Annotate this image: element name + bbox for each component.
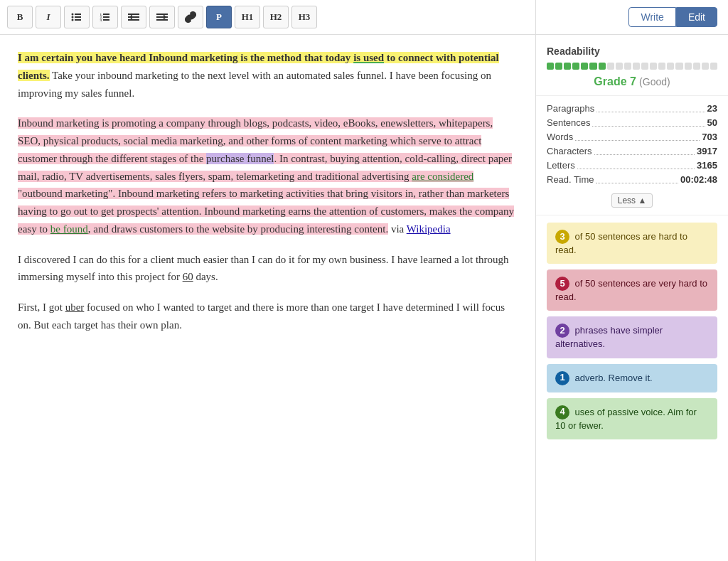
read-time-label: Read. Time	[547, 174, 594, 186]
paragraph-4: First, I got uber focused on who I wante…	[18, 299, 518, 334]
progress-segment-20	[710, 63, 717, 70]
sentences-value: 50	[707, 117, 717, 129]
svg-rect-2	[75, 19, 81, 21]
card-num-hard-read: 3	[555, 230, 569, 244]
unordered-list-button[interactable]	[64, 6, 90, 28]
progress-segment-2	[555, 63, 562, 70]
write-button[interactable]: Write	[628, 7, 675, 27]
progress-segment-1	[547, 63, 554, 70]
read-time-value: 00:02:48	[680, 174, 717, 186]
progress-segment-16	[675, 63, 682, 70]
progress-segment-18	[693, 63, 700, 70]
text-underline-60: 60	[183, 271, 193, 282]
progress-segment-5	[581, 63, 588, 70]
stat-characters: Characters 3917	[547, 146, 717, 158]
read-time-dots	[596, 174, 678, 183]
bold-button[interactable]: B	[7, 6, 33, 28]
card-passive-voice[interactable]: 4 uses of passive voice. Aim for 10 or f…	[547, 398, 717, 439]
svg-rect-16	[156, 14, 168, 15]
paragraphs-value: 23	[707, 103, 717, 115]
h1-button[interactable]: H1	[235, 6, 260, 28]
svg-rect-18	[156, 19, 168, 21]
card-simpler-alternatives[interactable]: 2 phrases have simpler alternatives.	[547, 316, 717, 358]
characters-label: Characters	[547, 146, 592, 158]
readability-progress-bar	[547, 63, 717, 70]
progress-segment-8	[607, 63, 614, 70]
progress-segment-4	[572, 63, 579, 70]
text-underline-uber: uber	[65, 301, 85, 313]
progress-segment-6	[589, 63, 596, 70]
editor-area: B I 1.2.3. P H1 H2 H3 I am certain you h…	[0, 0, 536, 561]
card-num-passive-voice: 4	[555, 405, 569, 420]
svg-point-5	[72, 19, 74, 21]
grade-label: Grade 7	[594, 75, 636, 87]
progress-segment-3	[564, 63, 571, 70]
paragraph-1: I am certain you have heard Inbound mark…	[18, 49, 518, 102]
progress-segment-19	[702, 63, 709, 70]
indent-button[interactable]	[149, 6, 175, 28]
letters-dots	[577, 160, 695, 169]
svg-text:3.: 3.	[100, 18, 104, 22]
words-dots	[575, 132, 700, 141]
card-very-hard-read[interactable]: 5 of 50 sentences are very hard to read.	[547, 269, 717, 311]
paragraph-2: Inbound marketing is promoting a company…	[18, 114, 518, 237]
progress-segment-14	[658, 63, 665, 70]
ordered-list-button[interactable]: 1.2.3.	[92, 6, 118, 28]
letters-value: 3165	[697, 160, 717, 172]
link-button[interactable]	[178, 6, 203, 28]
svg-marker-19	[164, 14, 166, 20]
content-area[interactable]: I am certain you have heard Inbound mark…	[0, 35, 535, 561]
paragraph-3: I discovered I can do this for a client …	[18, 251, 518, 287]
characters-value: 3917	[697, 146, 717, 158]
svg-rect-12	[128, 14, 139, 15]
card-hard-read[interactable]: 3 of 50 sentences are hard to read.	[547, 223, 717, 264]
cards-section: 3 of 50 sentences are hard to read.5 of …	[536, 215, 728, 447]
progress-segment-13	[650, 63, 657, 70]
h3-button[interactable]: H3	[291, 6, 317, 28]
progress-segment-11	[633, 63, 640, 70]
sentences-dots	[592, 117, 705, 127]
h2-button[interactable]: H2	[263, 6, 289, 28]
sentences-label: Sentences	[547, 117, 590, 129]
grade-quality: (Good)	[639, 76, 670, 87]
svg-rect-6	[103, 14, 109, 15]
words-value: 703	[702, 132, 717, 144]
stat-paragraphs: Paragraphs 23	[547, 103, 717, 115]
grade-line: Grade 7 (Good)	[547, 75, 717, 88]
stat-read-time: Read. Time 00:02:48	[547, 174, 717, 186]
paragraphs-label: Paragraphs	[547, 103, 594, 115]
words-label: Words	[547, 132, 573, 144]
svg-rect-8	[103, 19, 109, 21]
toolbar: B I 1.2.3. P H1 H2 H3	[0, 0, 535, 35]
svg-rect-1	[75, 16, 81, 18]
characters-dots	[594, 146, 695, 155]
svg-rect-14	[128, 19, 139, 21]
readability-title: Readability	[547, 46, 717, 57]
svg-rect-7	[103, 16, 109, 18]
progress-segment-10	[624, 63, 631, 70]
svg-point-3	[72, 14, 74, 16]
stat-sentences: Sentences 50	[547, 117, 717, 129]
progress-segment-12	[641, 63, 648, 70]
paragraph-button[interactable]: P	[206, 6, 232, 28]
stat-letters: Letters 3165	[547, 160, 717, 172]
progress-segment-7	[599, 63, 606, 70]
progress-segment-15	[667, 63, 674, 70]
letters-label: Letters	[547, 160, 575, 172]
svg-rect-0	[75, 14, 81, 15]
card-num-very-hard-read: 5	[555, 277, 569, 291]
card-adverb[interactable]: 1 adverb. Remove it.	[547, 364, 717, 392]
text-pink-highlighted: Inbound marketing is promoting a company…	[18, 117, 514, 235]
edit-button[interactable]: Edit	[676, 7, 717, 27]
text-highlighted-yellow: I am certain you have heard Inbound mark…	[18, 52, 499, 81]
wikipedia-link[interactable]: Wikipedia	[407, 223, 451, 235]
less-button[interactable]: Less ▲	[611, 193, 653, 208]
paragraphs-dots	[596, 103, 705, 112]
progress-segment-9	[616, 63, 623, 70]
italic-button[interactable]: I	[36, 6, 61, 28]
write-edit-bar: Write Edit	[536, 0, 728, 35]
readability-section: Readability Grade 7 (Good)	[536, 35, 728, 96]
outdent-button[interactable]	[121, 6, 146, 28]
card-num-adverb: 1	[555, 371, 569, 385]
card-num-simpler-alternatives: 2	[555, 324, 569, 338]
